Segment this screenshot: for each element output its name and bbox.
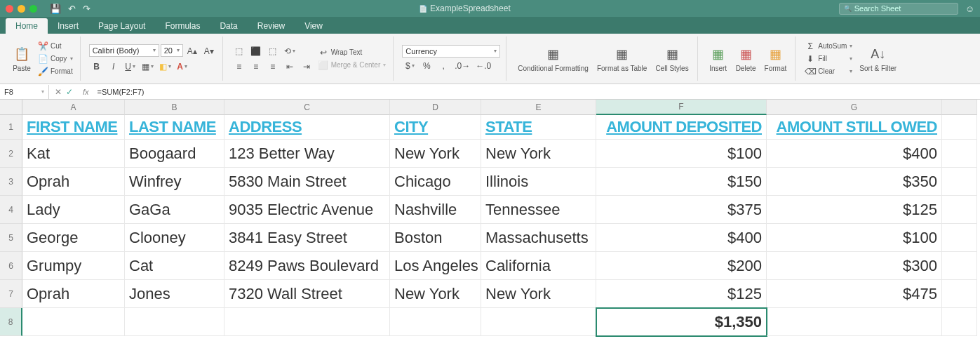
cell-stub[interactable] bbox=[942, 224, 977, 252]
header-cell-F[interactable]: AMOUNT DEPOSITED bbox=[596, 115, 767, 140]
cell-A5[interactable]: George bbox=[22, 224, 125, 252]
cell-G8[interactable] bbox=[767, 308, 942, 336]
currency-button[interactable]: $▾ bbox=[402, 59, 417, 73]
font-size-select[interactable]: 20▾ bbox=[161, 44, 183, 57]
row-header-2[interactable]: 2 bbox=[0, 140, 22, 168]
cell-A7[interactable]: Oprah bbox=[22, 280, 125, 308]
cell-A8[interactable] bbox=[22, 308, 125, 336]
border-button[interactable]: ▦▾ bbox=[140, 60, 156, 74]
decrease-font-button[interactable]: A▾ bbox=[201, 44, 217, 58]
cell-A4[interactable]: Lady bbox=[22, 196, 125, 224]
percent-button[interactable]: % bbox=[419, 59, 434, 73]
tab-page-layout[interactable]: Page Layout bbox=[88, 18, 155, 34]
tab-view[interactable]: View bbox=[295, 18, 333, 34]
column-header-C[interactable]: C bbox=[224, 100, 390, 115]
cell-B6[interactable]: Cat bbox=[125, 252, 224, 280]
font-color-button[interactable]: A▾ bbox=[175, 60, 190, 74]
cell-D7[interactable]: New York bbox=[390, 280, 481, 308]
search-sheet-input[interactable]: Search Sheet bbox=[839, 3, 958, 15]
row-header-7[interactable]: 7 bbox=[0, 280, 22, 308]
format-cells-button[interactable]: ▦Format bbox=[762, 44, 790, 74]
merge-center-button[interactable]: ⬜Merge & Center▾ bbox=[317, 60, 388, 71]
header-cell-D[interactable]: CITY bbox=[390, 115, 481, 140]
cell-E4[interactable]: Tennessee bbox=[481, 196, 596, 224]
cell-stub[interactable] bbox=[942, 252, 977, 280]
cut-button[interactable]: ✂️Cut bbox=[36, 41, 74, 52]
feedback-icon[interactable]: ☺ bbox=[965, 4, 974, 14]
row-header-5[interactable]: 5 bbox=[0, 224, 22, 252]
cell-C7[interactable]: 7320 Wall Street bbox=[224, 280, 390, 308]
cell-C8[interactable] bbox=[224, 308, 390, 336]
decrease-indent-button[interactable]: ⇤ bbox=[282, 60, 297, 74]
autosum-button[interactable]: ΣAutoSum▾ bbox=[804, 41, 854, 52]
wrap-text-button[interactable]: ↩Wrap Text bbox=[317, 47, 388, 58]
select-all-corner[interactable] bbox=[0, 100, 22, 115]
cell-C4[interactable]: 9035 Electric Avenue bbox=[224, 196, 390, 224]
row-header-3[interactable]: 3 bbox=[0, 168, 22, 196]
cell-D5[interactable]: Boston bbox=[390, 224, 481, 252]
cell-B3[interactable]: Winfrey bbox=[125, 168, 224, 196]
cancel-formula-icon[interactable]: ✕ bbox=[55, 87, 62, 97]
align-right-button[interactable]: ≡ bbox=[265, 60, 281, 74]
cell-E5[interactable]: Massachusetts bbox=[481, 224, 596, 252]
cell-B2[interactable]: Boogaard bbox=[125, 140, 224, 168]
header-cell-A[interactable]: FIRST NAME bbox=[22, 115, 125, 140]
cell-stub[interactable] bbox=[942, 308, 977, 336]
column-header-A[interactable]: A bbox=[22, 100, 125, 115]
increase-indent-button[interactable]: ⇥ bbox=[299, 60, 314, 74]
cell-E6[interactable]: California bbox=[481, 252, 596, 280]
cell-A6[interactable]: Grumpy bbox=[22, 252, 125, 280]
paste-button[interactable]: 📋Paste bbox=[10, 44, 34, 74]
orientation-button[interactable]: ⟲▾ bbox=[282, 44, 297, 58]
cell-D3[interactable]: Chicago bbox=[390, 168, 481, 196]
minimize-window-button[interactable] bbox=[18, 5, 25, 13]
cell-C5[interactable]: 3841 Easy Street bbox=[224, 224, 390, 252]
align-top-button[interactable]: ⬚ bbox=[231, 44, 247, 58]
cell-F5[interactable]: $400 bbox=[596, 224, 767, 252]
name-box[interactable]: F8▾ bbox=[0, 85, 49, 99]
cell-stub[interactable] bbox=[942, 168, 977, 196]
cell-G7[interactable]: $475 bbox=[767, 280, 942, 308]
tab-review[interactable]: Review bbox=[248, 18, 295, 34]
align-bottom-button[interactable]: ⬚ bbox=[265, 44, 281, 58]
format-as-table-button[interactable]: ▦Format as Table bbox=[594, 44, 650, 74]
header-cell-E[interactable]: STATE bbox=[481, 115, 596, 140]
comma-button[interactable]: , bbox=[436, 59, 451, 73]
italic-button[interactable]: I bbox=[106, 60, 121, 74]
column-header-E[interactable]: E bbox=[481, 100, 596, 115]
cell-B8[interactable] bbox=[125, 308, 224, 336]
sort-filter-button[interactable]: A↓Sort & Filter bbox=[857, 44, 899, 74]
cell-stub[interactable] bbox=[942, 196, 977, 224]
delete-cells-button[interactable]: ▦Delete bbox=[733, 44, 759, 74]
cell-stub[interactable] bbox=[942, 280, 977, 308]
cell-D2[interactable]: New York bbox=[390, 140, 481, 168]
cell-F3[interactable]: $150 bbox=[596, 168, 767, 196]
number-format-select[interactable]: Currency▾ bbox=[402, 45, 500, 58]
increase-font-button[interactable]: A▴ bbox=[184, 44, 200, 58]
align-center-button[interactable]: ≡ bbox=[248, 60, 264, 74]
cell-D6[interactable]: Los Angeles bbox=[390, 252, 481, 280]
redo-icon[interactable]: ↷ bbox=[83, 4, 90, 14]
cell-D4[interactable]: Nashville bbox=[390, 196, 481, 224]
cell-A3[interactable]: Oprah bbox=[22, 168, 125, 196]
cell-D8[interactable] bbox=[390, 308, 481, 336]
row-header-4[interactable]: 4 bbox=[0, 196, 22, 224]
tab-insert[interactable]: Insert bbox=[48, 18, 88, 34]
header-cell-G[interactable]: AMOUNT STILL OWED bbox=[767, 115, 942, 140]
formula-input[interactable]: =SUM(F2:F7) bbox=[93, 88, 980, 96]
copy-button[interactable]: 📄Copy▾ bbox=[36, 53, 74, 65]
cell-stub[interactable] bbox=[942, 115, 977, 140]
conditional-formatting-button[interactable]: ▦Conditional Formatting bbox=[515, 44, 591, 74]
cell-E7[interactable]: New York bbox=[481, 280, 596, 308]
column-header-D[interactable]: D bbox=[390, 100, 481, 115]
maximize-window-button[interactable] bbox=[29, 5, 37, 13]
cell-E2[interactable]: New York bbox=[481, 140, 596, 168]
cell-B7[interactable]: Jones bbox=[125, 280, 224, 308]
cell-F2[interactable]: $100 bbox=[596, 140, 767, 168]
fill-color-button[interactable]: ◧▾ bbox=[157, 60, 173, 74]
cell-F6[interactable]: $200 bbox=[596, 252, 767, 280]
cell-E3[interactable]: Illinois bbox=[481, 168, 596, 196]
cell-stub[interactable] bbox=[942, 140, 977, 168]
tab-data[interactable]: Data bbox=[210, 18, 247, 34]
row-header-1[interactable]: 1 bbox=[0, 115, 22, 140]
